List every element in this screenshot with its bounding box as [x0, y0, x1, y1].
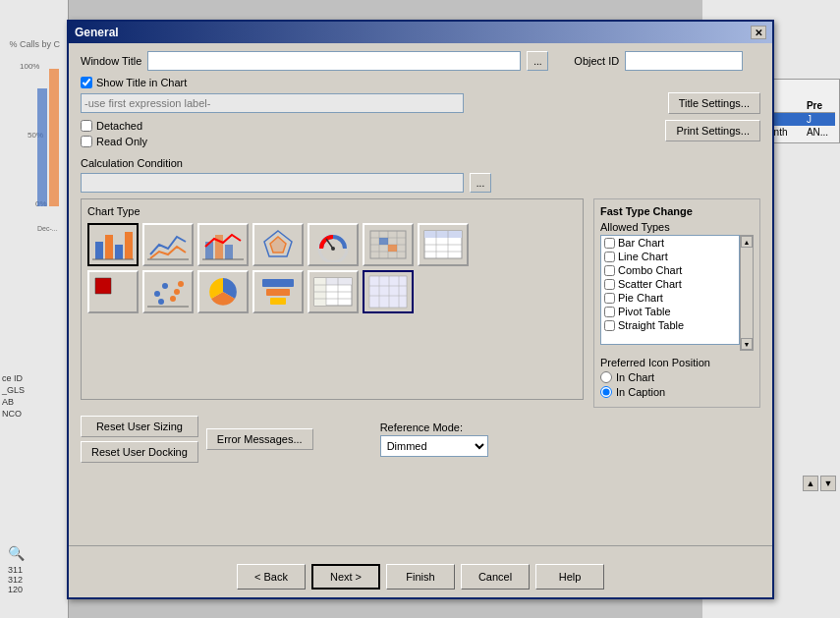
chart-icons-grid: [87, 223, 577, 313]
detached-label: Detached: [96, 120, 142, 132]
window-title-row: Window Title ... Object ID: [81, 51, 760, 71]
dialog-title: General: [75, 26, 119, 39]
scatter-chart-check[interactable]: [604, 279, 615, 290]
line-chart-check[interactable]: [604, 252, 615, 262]
read-only-checkbox[interactable]: [81, 136, 92, 147]
funnel-chart-btn[interactable]: [252, 270, 304, 313]
scatter-chart-btn[interactable]: [142, 270, 194, 313]
svg-rect-3: [37, 88, 47, 206]
line-chart-btn[interactable]: [142, 223, 194, 266]
pivot-table-icon: [312, 274, 354, 309]
gauge-chart-btn[interactable]: [308, 223, 359, 266]
general-dialog: General ✕ Window Title ... Object ID Sho…: [67, 20, 774, 599]
left-numbers: 311 312 120: [8, 565, 23, 594]
straight-table-check[interactable]: [604, 320, 615, 331]
error-messages-btn[interactable]: Error Messages...: [206, 428, 313, 450]
combo-chart-btn[interactable]: [197, 223, 249, 266]
fast-type-title: Fast Type Change: [600, 205, 754, 217]
scroll-down-icon[interactable]: ▼: [741, 338, 753, 350]
svg-rect-28: [379, 238, 388, 245]
bottom-controls: Reset User Sizing Reset User Docking Err…: [81, 416, 760, 463]
read-only-label: Read Only: [96, 136, 147, 147]
scroll-up-icon[interactable]: ▲: [741, 236, 753, 248]
block-chart-btn[interactable]: [87, 270, 139, 313]
svg-text:100%: 100%: [20, 62, 39, 71]
fast-type-panel: Fast Type Change Allowed Types Bar Chart…: [593, 198, 760, 408]
finish-btn[interactable]: Finish: [386, 564, 455, 590]
close-button[interactable]: ✕: [751, 26, 766, 39]
pivot-table-check[interactable]: [604, 307, 615, 317]
table-chart-btn[interactable]: [418, 223, 469, 266]
list-item-bar[interactable]: Bar Chart: [601, 236, 739, 250]
window-title-input[interactable]: [147, 51, 521, 71]
left-item-3: AB: [2, 397, 25, 407]
pie-chart-check[interactable]: [604, 293, 615, 304]
list-item-pivot[interactable]: Pivot Table: [601, 305, 739, 318]
svg-rect-49: [262, 279, 294, 287]
scroll-down-btn[interactable]: ▼: [820, 476, 836, 491]
svg-rect-7: [105, 235, 113, 259]
in-chart-radio[interactable]: [600, 371, 612, 383]
listbox-scrollbar[interactable]: ▲ ▼: [740, 235, 754, 351]
grid-chart-btn[interactable]: [363, 223, 414, 266]
background-left: % Calls by C 100% 50% 0% Dec-...: [0, 0, 69, 618]
left-item-1: ce ID: [2, 373, 25, 383]
print-settings-btn[interactable]: Print Settings...: [665, 120, 760, 141]
reference-mode-select[interactable]: Dimmed Bright Hidden: [380, 435, 488, 457]
allowed-types-label: Allowed Types: [600, 221, 754, 233]
svg-rect-9: [125, 232, 133, 259]
list-item-pie[interactable]: Pie Chart: [601, 291, 739, 305]
expression-input[interactable]: [81, 93, 464, 113]
list-item-line[interactable]: Line Chart: [601, 250, 739, 263]
calculation-dots-btn[interactable]: ...: [470, 173, 491, 193]
background-chart: 100% 50% 0% Dec-...: [0, 39, 64, 314]
chart-row-1: [87, 223, 577, 266]
title-settings-btn[interactable]: Title Settings...: [668, 92, 760, 114]
in-caption-radio-row: In Caption: [600, 386, 754, 398]
reset-user-sizing-btn[interactable]: Reset User Sizing: [81, 416, 198, 437]
svg-point-45: [158, 299, 164, 305]
svg-rect-31: [424, 231, 462, 238]
list-item-straight[interactable]: Straight Table: [601, 318, 739, 332]
allowed-types-listbox[interactable]: Bar Chart Line Chart Combo Chart Sc: [600, 235, 740, 345]
search-icon: 🔍: [8, 545, 25, 561]
funnel-chart-icon: [257, 274, 299, 309]
other-chart-btn[interactable]: [363, 270, 414, 313]
chart-type-section: Chart Type: [81, 198, 584, 400]
cancel-btn[interactable]: Cancel: [461, 564, 530, 590]
left-item-2: _GLS: [2, 385, 25, 395]
show-title-checkbox[interactable]: [81, 77, 92, 88]
col-pre: Pre: [805, 99, 835, 113]
combo-chart-check[interactable]: [604, 265, 615, 276]
bar-chart-check[interactable]: [604, 238, 615, 249]
scroll-up-btn[interactable]: ▲: [803, 476, 818, 491]
svg-point-46: [174, 289, 180, 295]
object-id-label: Object ID: [574, 55, 619, 67]
svg-rect-50: [266, 289, 290, 296]
list-item-combo[interactable]: Combo Chart: [601, 263, 739, 277]
window-title-dots-btn[interactable]: ...: [527, 51, 548, 71]
radar-chart-btn[interactable]: [252, 223, 304, 266]
other-chart-icon: [367, 274, 409, 309]
detached-row: Detached: [81, 120, 147, 132]
svg-point-42: [162, 283, 168, 289]
dialog-content: Window Title ... Object ID Show Title in…: [69, 43, 772, 471]
list-item-scatter[interactable]: Scatter Chart: [601, 277, 739, 291]
calculation-condition-label: Calculation Condition: [81, 157, 183, 169]
svg-point-41: [154, 291, 160, 297]
show-title-label: Show Title in Chart: [96, 77, 187, 88]
next-btn[interactable]: Next >: [311, 564, 380, 590]
in-caption-radio[interactable]: [600, 386, 612, 398]
pivot-table-btn[interactable]: [308, 270, 359, 313]
line-chart-icon: [147, 227, 189, 262]
bar-chart-icon: [92, 227, 134, 262]
back-btn[interactable]: < Back: [237, 564, 306, 590]
object-id-input[interactable]: [625, 51, 743, 71]
calculation-row: ...: [81, 173, 760, 193]
bar-chart-btn[interactable]: [87, 223, 139, 266]
calculation-input[interactable]: [81, 173, 464, 193]
detached-checkbox[interactable]: [81, 120, 92, 132]
reset-user-docking-btn[interactable]: Reset User Docking: [81, 441, 198, 463]
pie-chart-btn[interactable]: [197, 270, 249, 313]
help-btn[interactable]: Help: [535, 564, 604, 590]
